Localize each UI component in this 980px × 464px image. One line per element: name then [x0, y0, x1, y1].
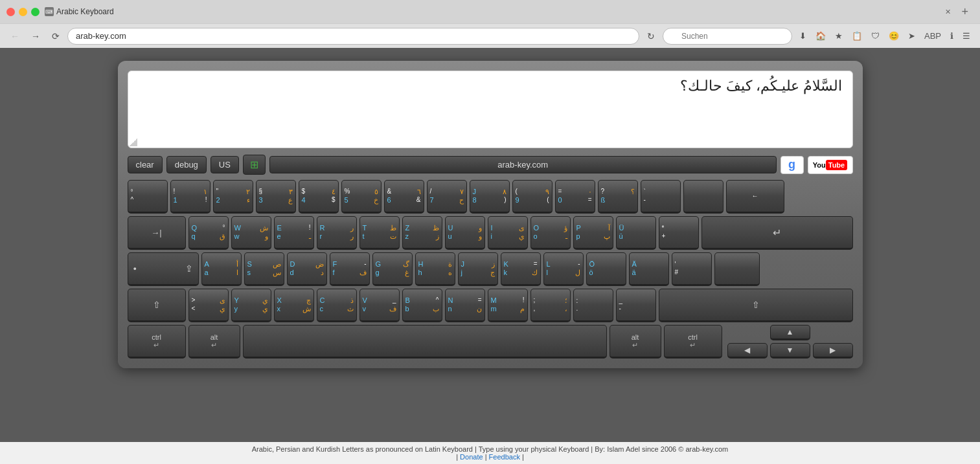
key-0[interactable]: =٠ 0= [555, 180, 595, 214]
layout-button[interactable]: US [211, 156, 239, 173]
arrow-down-key[interactable]: ▼ [770, 343, 810, 359]
key-s[interactable]: Sص sس [244, 252, 284, 286]
key-g[interactable]: Gگ gغ [372, 252, 413, 286]
key-star[interactable]: * + [659, 216, 699, 250]
backspace-key[interactable]: ← [726, 180, 784, 214]
forward-button[interactable]: → [27, 28, 44, 44]
key-o[interactable]: Oؤ oـ [530, 216, 571, 250]
key-y[interactable]: Yي yي [231, 289, 271, 322]
space-key[interactable] [243, 325, 607, 359]
arrow-right-key[interactable]: ▶ [813, 343, 853, 359]
search-input[interactable] [663, 28, 792, 45]
text-area-wrapper: السَّلامُ عليـكُم، كيفَ حالـك؟ [128, 71, 853, 148]
tab-close-button[interactable]: ✕ [945, 8, 951, 16]
google-button[interactable]: g [781, 156, 804, 174]
shield-icon[interactable]: 🛡 [868, 29, 883, 43]
key-ue[interactable]: Ü ü [616, 216, 656, 250]
home-icon[interactable]: 🏠 [812, 29, 829, 43]
menu-icon[interactable]: ☰ [959, 29, 974, 43]
key-3[interactable]: §٣ 3ع [256, 180, 296, 214]
donate-link[interactable]: Donate [460, 453, 483, 461]
new-tab-button[interactable]: + [956, 3, 974, 21]
maximize-button[interactable] [31, 8, 40, 16]
key-x[interactable]: Xچ xش [274, 289, 314, 322]
enter-key[interactable]: ↵ [701, 216, 853, 250]
emoji-icon[interactable]: 😊 [885, 29, 902, 43]
key-b[interactable]: B^ bب [402, 289, 442, 322]
shift-right-key[interactable]: ⇧ [659, 289, 853, 322]
key-tilde[interactable]: ° ^ [128, 180, 168, 214]
caps-lock-key[interactable]: ● ⇪ [128, 252, 199, 286]
ctrl-left-key[interactable]: ctrl ↵ [128, 325, 186, 359]
key-8[interactable]: J٨ 8) [470, 180, 510, 214]
key-n[interactable]: N= nن [445, 289, 485, 322]
key-l[interactable]: L- lل [543, 252, 584, 286]
key-4[interactable]: $٤ 4$ [299, 180, 339, 214]
key-i[interactable]: Iى iي [488, 216, 528, 250]
window-controls [6, 8, 40, 16]
key-t[interactable]: Tط tت [359, 216, 400, 250]
key-d[interactable]: Dض dد [287, 252, 327, 286]
tab-key[interactable]: →| [128, 216, 186, 250]
back-button[interactable]: ← [6, 28, 23, 44]
key-accent[interactable]: ` - [641, 180, 681, 214]
key-oe[interactable]: Ö ö [586, 252, 626, 286]
key-blank[interactable] [683, 180, 724, 214]
settings-button[interactable]: ⊞ [243, 155, 266, 175]
text-area-content[interactable]: السَّلامُ عليـكُم، كيفَ حالـك؟ [138, 78, 843, 94]
key-a[interactable]: Aأ aا [201, 252, 242, 286]
key-k[interactable]: K= kك [501, 252, 541, 286]
home-button[interactable]: ⟳ [48, 28, 63, 44]
key-p[interactable]: Pآ pپ [573, 216, 613, 250]
refresh-button[interactable]: ↻ [643, 28, 659, 44]
feedback-link[interactable]: Feedback [489, 453, 520, 461]
key-u[interactable]: Uو uو [445, 216, 485, 250]
youtube-button[interactable]: You Tube [808, 156, 853, 174]
download-icon[interactable]: ⬇ [796, 29, 810, 43]
key-comma[interactable]: ;؛ ,، [530, 289, 571, 322]
close-button[interactable] [6, 8, 15, 16]
bookmark-icon[interactable]: ★ [832, 29, 846, 43]
key-e[interactable]: E! eـ [274, 216, 314, 250]
arrow-up-key[interactable]: ▲ [770, 325, 810, 340]
key-minus[interactable]: _ - [616, 289, 656, 322]
key-9[interactable]: (٩ 9( [512, 180, 553, 214]
key-ss[interactable]: ?؟ ß [598, 180, 638, 214]
key-6[interactable]: &٦ 6& [384, 180, 424, 214]
clear-button[interactable]: clear [128, 156, 163, 173]
key-m[interactable]: M! mم [488, 289, 528, 322]
key-7[interactable]: /٧ 7ح [427, 180, 467, 214]
key-angle[interactable]: >ى <ي [188, 289, 229, 322]
arrow-left-key[interactable]: ◀ [727, 343, 768, 359]
key-r[interactable]: Rر rر [317, 216, 357, 250]
key-blank2[interactable] [714, 252, 760, 286]
key-h[interactable]: Hة hه [415, 252, 455, 286]
history-icon[interactable]: 📋 [849, 29, 865, 43]
send-icon[interactable]: ➤ [905, 29, 918, 43]
key-period[interactable]: : . [573, 289, 613, 322]
resize-handle[interactable] [130, 138, 137, 146]
ctrl-right-key[interactable]: ctrl ↵ [664, 325, 722, 359]
url-input[interactable] [67, 28, 639, 45]
key-2[interactable]: "٢ 2ء [213, 180, 253, 214]
key-ae[interactable]: Ä ä [629, 252, 669, 286]
key-z[interactable]: Zظ zز [402, 216, 442, 250]
minimize-button[interactable] [19, 8, 27, 16]
keyboard-container: السَّلامُ عليـكُم، كيفَ حالـك؟ clear deb… [118, 61, 863, 368]
key-w[interactable]: Wش wو [231, 216, 271, 250]
key-f[interactable]: F- fف [330, 252, 370, 286]
key-hash[interactable]: ' # [672, 252, 712, 286]
nav-icons: ⬇ 🏠 ★ 📋 🛡 😊 ➤ ABP ℹ ☰ [796, 29, 974, 43]
key-q[interactable]: Q° qق [188, 216, 229, 250]
key-1[interactable]: !١ 1! [170, 180, 211, 214]
alt-right-key[interactable]: alt ↵ [610, 325, 661, 359]
debug-button[interactable]: debug [166, 156, 207, 173]
key-j[interactable]: Jز jج [458, 252, 498, 286]
key-v[interactable]: V_ vف [359, 289, 400, 322]
alt-left-key[interactable]: alt ↵ [188, 325, 240, 359]
key-c[interactable]: Cذ cث [317, 289, 357, 322]
extension-icon[interactable]: ABP [921, 29, 944, 43]
info-icon[interactable]: ℹ [947, 29, 957, 43]
key-5[interactable]: %٥ 5خ [341, 180, 382, 214]
shift-left-key[interactable]: ⇧ [128, 289, 186, 322]
